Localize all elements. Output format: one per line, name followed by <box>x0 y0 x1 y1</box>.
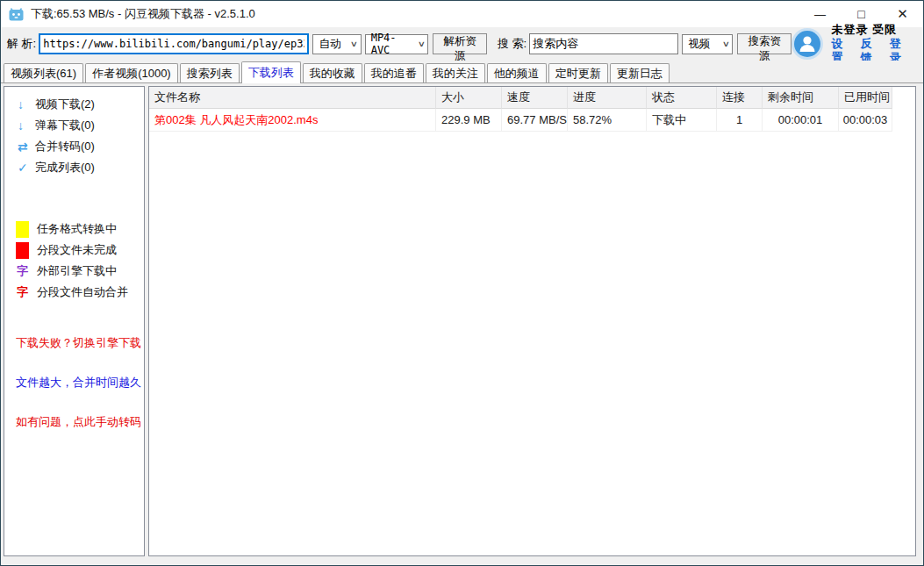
content-area: ↓ 视频下载(2) ↓ 弹幕下载(0) ⇄ 合并转码(0) ✓ 完成列表(0) … <box>1 83 923 565</box>
column-header-connections[interactable]: 连接 <box>717 87 763 109</box>
swap-arrows-icon: ⇄ <box>18 140 35 154</box>
column-header-filename[interactable]: 文件名称 <box>149 87 436 109</box>
type-select[interactable]: 视频 ∨ <box>682 34 733 54</box>
sidebar-item-label: 完成列表(0) <box>35 160 95 176</box>
legend-item-segment-incomplete: 分段文件未完成 <box>4 240 144 261</box>
legend-item-external-engine: 字 外部引擎下载中 <box>4 261 144 282</box>
download-table: 文件名称 大小 速度 进度 状态 连接 剩余时间 已用时间 第002集 凡人风起… <box>148 86 916 556</box>
sidebar-item-label: 合并转码(0) <box>35 139 95 154</box>
titlebar: 下载:65.53 MB/s - 闪豆视频下载器 - v2.5.1.0 — □ ✕ <box>1 1 923 27</box>
tab-changelog[interactable]: 更新日志 <box>610 63 670 82</box>
hint-manual-transcode[interactable]: 如有问题，点此手动转码 <box>16 414 144 430</box>
cell-progress: 58.72% <box>568 109 647 132</box>
tab-strip: 视频列表(61) 作者视频(1000) 搜索列表 下载列表 我的收藏 我的追番 … <box>1 61 923 83</box>
search-resource-button[interactable]: 搜索资源 <box>737 33 791 54</box>
tab-download-list[interactable]: 下载列表 <box>241 61 301 83</box>
cell-speed: 69.77 MB/S <box>502 109 568 132</box>
login-status: 未登录 受限 <box>831 23 911 37</box>
table-header: 文件名称 大小 速度 进度 状态 连接 剩余时间 已用时间 <box>149 87 915 109</box>
tab-search-list[interactable]: 搜索列表 <box>180 63 240 82</box>
cell-remaining: 00:00:01 <box>763 109 839 132</box>
mode-select[interactable]: 自动 ∨ <box>312 34 361 54</box>
parse-resource-button[interactable]: 解析资源 <box>433 33 487 54</box>
legend-item-converting: 任务格式转换中 <box>4 219 144 240</box>
cell-connections: 1 <box>717 109 763 132</box>
chevron-down-icon: ∨ <box>721 39 729 48</box>
parse-label: 解 析: <box>7 36 36 52</box>
mode-select-value: 自动 <box>319 37 340 52</box>
tab-author-videos[interactable]: 作者视频(1000) <box>85 63 178 82</box>
download-arrow-icon: ↓ <box>18 118 35 133</box>
column-header-progress[interactable]: 进度 <box>568 87 647 109</box>
red-swatch <box>16 242 29 259</box>
download-arrow-icon: ↓ <box>18 97 35 111</box>
tab-my-favorites[interactable]: 我的收藏 <box>303 63 362 82</box>
table-row[interactable]: 第002集 凡人风起天南2002.m4s 229.9 MB 69.77 MB/S… <box>149 109 915 132</box>
url-input[interactable] <box>39 33 309 54</box>
search-label: 搜 索: <box>498 36 526 52</box>
column-header-speed[interactable]: 速度 <box>502 87 568 109</box>
tab-my-bangumi[interactable]: 我的追番 <box>364 63 424 82</box>
sidebar-item-label: 弹幕下载(0) <box>35 118 95 133</box>
tab-video-list[interactable]: 视频列表(61) <box>4 63 83 82</box>
sidebar: ↓ 视频下载(2) ↓ 弹幕下载(0) ⇄ 合并转码(0) ✓ 完成列表(0) … <box>4 86 145 556</box>
column-header-size[interactable]: 大小 <box>436 87 502 109</box>
yellow-swatch <box>16 221 29 238</box>
app-window: 下载:65.53 MB/s - 闪豆视频下载器 - v2.5.1.0 — □ ✕… <box>0 0 924 566</box>
tab-scheduled-update[interactable]: 定时更新 <box>548 63 608 82</box>
column-header-remaining[interactable]: 剩余时间 <box>763 87 839 109</box>
search-input[interactable] <box>529 33 678 54</box>
legend-item-auto-merge: 字 分段文件自动合并 <box>4 282 144 303</box>
window-title: 下载:65.53 MB/s - 闪豆视频下载器 - v2.5.1.0 <box>31 6 255 22</box>
sidebar-item-danmaku-download[interactable]: ↓ 弹幕下载(0) <box>4 115 144 136</box>
hint-switch-engine[interactable]: 下载失败？切换引擎下载 <box>16 335 144 351</box>
sidebar-item-video-download[interactable]: ↓ 视频下载(2) <box>4 94 144 115</box>
cell-size: 229.9 MB <box>436 109 502 132</box>
cell-filename: 第002集 凡人风起天南2002.m4s <box>149 109 436 132</box>
chevron-down-icon: ∨ <box>350 39 358 48</box>
type-select-value: 视频 <box>688 37 710 52</box>
avatar-icon[interactable] <box>791 28 823 60</box>
sidebar-item-label: 视频下载(2) <box>35 97 95 112</box>
format-select-value: MP4-AVC <box>371 32 413 56</box>
tab-his-channel[interactable]: 他的频道 <box>487 63 547 82</box>
cell-elapsed: 00:00:03 <box>839 109 892 132</box>
red-char-icon: 字 <box>16 284 29 300</box>
sidebar-item-merge-transcode[interactable]: ⇄ 合并转码(0) <box>4 136 144 157</box>
column-header-status[interactable]: 状态 <box>647 87 717 109</box>
purple-char-icon: 字 <box>16 263 29 279</box>
cell-status: 下载中 <box>647 109 717 132</box>
column-header-elapsed[interactable]: 已用时间 <box>839 87 892 109</box>
account-area: 未登录 受限 设置 反馈 登录 <box>791 23 923 65</box>
sidebar-hints: 下载失败？切换引擎下载 文件越大，合并时间越久 如有问题，点此手动转码 <box>4 335 144 430</box>
sidebar-item-completed-list[interactable]: ✓ 完成列表(0) <box>4 157 144 178</box>
check-icon: ✓ <box>18 161 35 175</box>
chevron-down-icon: ∨ <box>417 39 425 48</box>
status-legend: 任务格式转换中 分段文件未完成 字 外部引擎下载中 字 分段文件自动合并 <box>4 219 144 303</box>
hint-merge-time: 文件越大，合并时间越久 <box>16 375 144 390</box>
tab-my-follows[interactable]: 我的关注 <box>426 63 485 82</box>
app-icon <box>9 8 24 21</box>
format-select[interactable]: MP4-AVC ∨ <box>365 34 429 54</box>
toolbar: 解 析: 自动 ∨ MP4-AVC ∨ 解析资源 搜 索: 视频 ∨ 搜索资源 <box>1 27 923 61</box>
